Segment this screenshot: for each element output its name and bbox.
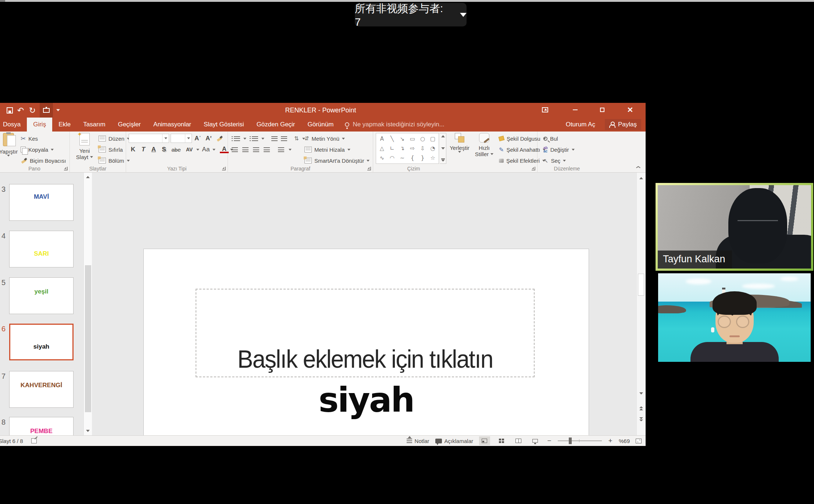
slide-thumbnail-4[interactable]: SARI [9, 231, 74, 267]
fit-slide-to-window-button[interactable] [636, 439, 642, 443]
dialog-launcher[interactable] [64, 167, 68, 170]
editor-scrollbar[interactable] [636, 173, 646, 435]
character-spacing-button[interactable]: AV [184, 147, 195, 152]
slide-thumbnail-7[interactable]: KAHVERENGİ [9, 371, 74, 408]
participants-toggle-button[interactable]: 所有非视频参与者: 7 [355, 3, 467, 26]
quick-styles-button[interactable]: Hızlı Stiller [472, 133, 496, 157]
scroll-up-icon[interactable] [86, 176, 90, 178]
convert-smartart-button[interactable]: SmartArt'a Dönüştür [304, 156, 369, 165]
collapse-ribbon-button[interactable] [636, 165, 641, 168]
reset-button[interactable]: Sıfırla [99, 145, 123, 154]
undo-button[interactable]: ↶ [15, 103, 26, 118]
scroll-up-icon[interactable] [441, 135, 445, 137]
tab-dosya[interactable]: Dosya [0, 118, 27, 132]
share-button[interactable]: Paylaş [605, 119, 641, 130]
dialog-launcher[interactable] [532, 167, 535, 170]
align-left-icon[interactable] [232, 147, 238, 152]
previous-slide-button[interactable] [639, 406, 643, 410]
underline-button[interactable]: A [149, 146, 158, 153]
comments-toggle[interactable]: Açıklamalar [435, 438, 473, 444]
columns-icon[interactable] [278, 147, 284, 152]
right-brace-icon[interactable]: } [421, 155, 425, 161]
text-shadow-button[interactable]: S [160, 146, 168, 153]
slide-canvas[interactable]: Başlık eklemek için tıklatın siyah [143, 249, 589, 446]
layout-button[interactable]: Düzen [99, 134, 130, 143]
normal-view-button[interactable] [479, 436, 490, 445]
tab-animasyonlar[interactable]: Animasyonlar [147, 118, 197, 132]
align-center-icon[interactable] [242, 147, 249, 152]
rectangle-icon[interactable]: ▭ [410, 136, 415, 142]
tab-ekle[interactable]: Ekle [52, 118, 77, 132]
align-right-icon[interactable] [253, 147, 259, 152]
tab-gecisler[interactable]: Geçişler [112, 118, 147, 132]
bold-button[interactable]: K [129, 146, 138, 153]
font-size-combo[interactable] [171, 134, 192, 143]
curve-icon[interactable]: ∼ [400, 155, 405, 161]
scrollbar-thumb[interactable] [85, 265, 91, 412]
justify-icon[interactable] [264, 147, 270, 152]
close-button[interactable]: ✕ [621, 103, 640, 117]
change-case-button[interactable]: Aa [201, 146, 211, 153]
slide-title-text[interactable]: siyah [144, 381, 589, 420]
arrange-button[interactable]: Yerleştir [448, 133, 471, 153]
elbow-connector-icon[interactable]: ∟ [390, 146, 394, 151]
start-slideshow-button[interactable] [40, 103, 53, 118]
participant-video-tayfun[interactable]: Tayfun Kalkan [658, 185, 811, 269]
dialog-launcher[interactable] [222, 167, 226, 170]
dialog-launcher[interactable] [367, 167, 371, 170]
scribble-icon[interactable]: ∿ [380, 155, 385, 161]
redo-button[interactable]: ↻ [26, 103, 38, 118]
increase-indent-icon[interactable] [281, 136, 287, 141]
quick-access-customize-button[interactable] [54, 103, 63, 118]
find-button[interactable]: Bul [543, 134, 558, 143]
isosceles-triangle-icon[interactable]: △ [380, 146, 384, 151]
font-name-combo[interactable] [129, 134, 169, 143]
font-color-button[interactable]: A [220, 146, 229, 153]
align-text-button[interactable]: Metni Hizala [304, 145, 350, 154]
slide-thumbnail-8[interactable]: PEMBE [9, 417, 74, 435]
arc-icon[interactable]: ◠ [390, 155, 394, 161]
shapes-gallery[interactable]: A╲↘▭○▢△∟↴⇨⇩◔∿◠∼{}☆ [376, 133, 439, 164]
copy-button[interactable]: Kopyala [21, 145, 54, 154]
zoom-out-button[interactable]: − [547, 437, 552, 445]
slide-sorter-view-button[interactable] [496, 436, 507, 445]
tab-gorunum[interactable]: Görünüm [301, 118, 340, 132]
down-arrow-icon[interactable]: ⇩ [420, 146, 425, 151]
strikethrough-button[interactable]: abe [170, 147, 182, 153]
minimize-button[interactable] [565, 103, 585, 117]
notes-toggle[interactable]: Notlar [407, 438, 429, 444]
section-button[interactable]: Bölüm [99, 156, 130, 165]
scroll-down-icon[interactable] [86, 430, 90, 432]
restore-button[interactable] [593, 103, 612, 117]
scroll-down-icon[interactable] [441, 147, 445, 150]
select-button[interactable]: ↖ Seç [543, 156, 566, 165]
next-slide-button[interactable] [639, 417, 643, 421]
participant-video-2[interactable] [658, 273, 811, 362]
tab-giris[interactable]: Giriş [27, 118, 52, 132]
tab-gozden-gecir[interactable]: Gözden Geçir [250, 118, 301, 132]
paste-button[interactable]: Yapıştır [0, 133, 20, 156]
bullets-icon[interactable] [234, 136, 240, 141]
increase-font-size-button[interactable]: Aʾ [194, 135, 201, 142]
freeform-icon[interactable]: ◔ [431, 146, 435, 151]
slide-thumbnail-5[interactable]: yeşil [9, 277, 74, 314]
format-painter-button[interactable]: Biçim Boyacısı [21, 156, 66, 165]
italic-button[interactable]: T [139, 146, 148, 153]
left-brace-icon[interactable]: { [411, 155, 414, 161]
rounded-rectangle-icon[interactable]: ▢ [430, 136, 435, 142]
numbering-icon[interactable] [252, 136, 258, 141]
text-direction-button[interactable]: ⇵ Metin Yönü [304, 134, 345, 143]
scroll-up-icon[interactable] [639, 177, 643, 179]
decrease-font-size-button[interactable]: Aʽ [206, 135, 212, 142]
gallery-more-icon[interactable] [441, 159, 445, 162]
tab-slayt-gosterisi[interactable]: Slayt Gösterisi [197, 118, 250, 132]
zoom-slider[interactable] [558, 440, 602, 441]
scroll-down-icon[interactable] [639, 392, 643, 395]
zoom-slider-handle[interactable] [569, 438, 572, 444]
new-slide-button[interactable]: Yeni Slayt [73, 133, 96, 160]
slideshow-view-button[interactable] [530, 436, 541, 445]
title-placeholder[interactable]: Başlık eklemek için tıklatın [196, 289, 535, 377]
ribbon-display-options-button[interactable] [535, 103, 554, 117]
spell-check-icon[interactable] [31, 438, 37, 443]
decrease-indent-icon[interactable] [271, 136, 278, 141]
